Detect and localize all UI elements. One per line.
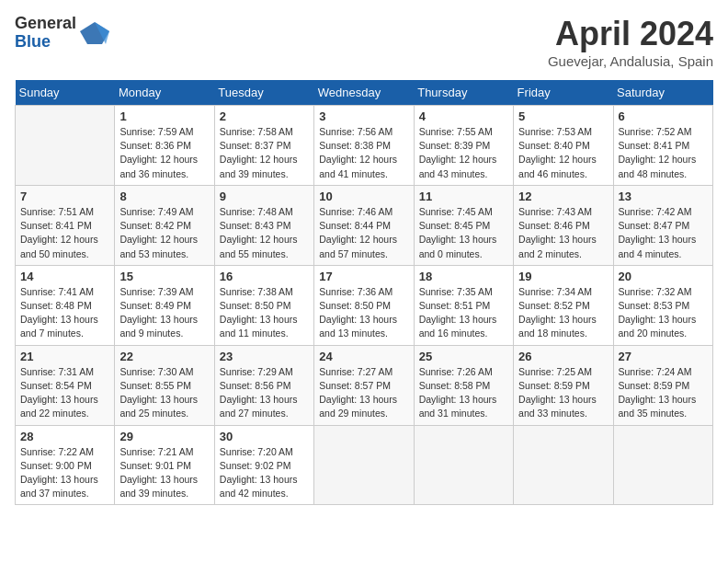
calendar-cell <box>16 106 115 186</box>
calendar-week-row: 1Sunrise: 7:59 AMSunset: 8:36 PMDaylight… <box>16 106 713 186</box>
cell-content: Sunrise: 7:29 AMSunset: 8:56 PMDaylight:… <box>220 365 309 421</box>
cell-content: Sunrise: 7:21 AMSunset: 9:01 PMDaylight:… <box>119 445 209 501</box>
day-number: 18 <box>419 270 508 283</box>
calendar-cell: 20Sunrise: 7:32 AMSunset: 8:53 PMDayligh… <box>613 265 712 345</box>
cell-content: Sunrise: 7:25 AMSunset: 8:59 PMDaylight:… <box>518 365 608 421</box>
day-number: 8 <box>119 190 209 203</box>
cell-content: Sunrise: 7:41 AMSunset: 8:48 PMDaylight:… <box>20 285 109 341</box>
calendar-cell: 3Sunrise: 7:56 AMSunset: 8:38 PMDaylight… <box>314 106 414 186</box>
cell-content: Sunrise: 7:45 AMSunset: 8:45 PMDaylight:… <box>419 205 508 261</box>
cell-content: Sunrise: 7:43 AMSunset: 8:46 PMDaylight:… <box>518 205 608 261</box>
calendar-cell: 26Sunrise: 7:25 AMSunset: 8:59 PMDayligh… <box>514 345 613 425</box>
calendar-cell: 13Sunrise: 7:42 AMSunset: 8:47 PMDayligh… <box>613 185 712 265</box>
calendar-cell: 28Sunrise: 7:22 AMSunset: 9:00 PMDayligh… <box>16 425 115 505</box>
cell-content: Sunrise: 7:38 AMSunset: 8:50 PMDaylight:… <box>220 285 309 341</box>
day-number: 27 <box>619 350 708 363</box>
calendar-cell: 11Sunrise: 7:45 AMSunset: 8:45 PMDayligh… <box>414 185 513 265</box>
day-number: 6 <box>619 109 708 123</box>
day-number: 11 <box>419 190 508 203</box>
cell-content: Sunrise: 7:56 AMSunset: 8:38 PMDaylight:… <box>319 125 408 181</box>
calendar-cell: 27Sunrise: 7:24 AMSunset: 8:59 PMDayligh… <box>613 345 712 425</box>
day-number: 4 <box>419 109 508 123</box>
day-number: 23 <box>220 350 309 363</box>
day-number: 15 <box>119 270 209 283</box>
day-number: 7 <box>20 190 109 203</box>
day-number: 1 <box>119 109 209 123</box>
day-number: 2 <box>220 109 309 123</box>
calendar-cell: 16Sunrise: 7:38 AMSunset: 8:50 PMDayligh… <box>214 265 313 345</box>
calendar-table: SundayMondayTuesdayWednesdayThursdayFrid… <box>15 80 713 505</box>
calendar-cell: 29Sunrise: 7:21 AMSunset: 9:01 PMDayligh… <box>115 425 214 505</box>
day-number: 16 <box>220 270 309 283</box>
calendar-cell: 10Sunrise: 7:46 AMSunset: 8:44 PMDayligh… <box>314 185 414 265</box>
calendar-cell <box>414 425 513 505</box>
cell-content: Sunrise: 7:53 AMSunset: 8:40 PMDaylight:… <box>518 125 608 181</box>
calendar-cell: 17Sunrise: 7:36 AMSunset: 8:50 PMDayligh… <box>314 265 414 345</box>
logo: General Blue <box>15 15 109 52</box>
day-number: 14 <box>20 270 109 283</box>
day-number: 22 <box>119 350 209 363</box>
day-number: 24 <box>319 350 408 363</box>
calendar-cell: 21Sunrise: 7:31 AMSunset: 8:54 PMDayligh… <box>16 345 115 425</box>
day-number: 9 <box>220 190 309 203</box>
weekday-header-wednesday: Wednesday <box>314 80 414 106</box>
day-number: 21 <box>20 350 109 363</box>
cell-content: Sunrise: 7:26 AMSunset: 8:58 PMDaylight:… <box>419 365 508 421</box>
location: Guevejar, Andalusia, Spain <box>548 53 713 69</box>
calendar-cell <box>514 425 613 505</box>
page-header: General Blue April 2024 Guevejar, Andalu… <box>15 15 713 69</box>
weekday-header-tuesday: Tuesday <box>214 80 313 106</box>
day-number: 5 <box>518 109 608 123</box>
calendar-cell: 19Sunrise: 7:34 AMSunset: 8:52 PMDayligh… <box>514 265 613 345</box>
calendar-cell: 22Sunrise: 7:30 AMSunset: 8:55 PMDayligh… <box>115 345 214 425</box>
day-number: 25 <box>419 350 508 363</box>
cell-content: Sunrise: 7:48 AMSunset: 8:43 PMDaylight:… <box>220 205 309 261</box>
cell-content: Sunrise: 7:42 AMSunset: 8:47 PMDaylight:… <box>619 205 708 261</box>
calendar-cell: 14Sunrise: 7:41 AMSunset: 8:48 PMDayligh… <box>16 265 115 345</box>
cell-content: Sunrise: 7:30 AMSunset: 8:55 PMDaylight:… <box>119 365 209 421</box>
day-number: 12 <box>518 190 608 203</box>
weekday-header-sunday: Sunday <box>16 80 115 106</box>
cell-content: Sunrise: 7:55 AMSunset: 8:39 PMDaylight:… <box>419 125 508 181</box>
calendar-cell: 24Sunrise: 7:27 AMSunset: 8:57 PMDayligh… <box>314 345 414 425</box>
calendar-cell: 18Sunrise: 7:35 AMSunset: 8:51 PMDayligh… <box>414 265 513 345</box>
weekday-header-monday: Monday <box>115 80 214 106</box>
logo-icon <box>80 18 109 48</box>
day-number: 10 <box>319 190 408 203</box>
calendar-cell: 9Sunrise: 7:48 AMSunset: 8:43 PMDaylight… <box>214 185 313 265</box>
cell-content: Sunrise: 7:31 AMSunset: 8:54 PMDaylight:… <box>20 365 109 421</box>
day-number: 19 <box>518 270 608 283</box>
calendar-cell: 30Sunrise: 7:20 AMSunset: 9:02 PMDayligh… <box>214 425 313 505</box>
calendar-cell <box>613 425 712 505</box>
cell-content: Sunrise: 7:20 AMSunset: 9:02 PMDaylight:… <box>220 445 309 501</box>
cell-content: Sunrise: 7:24 AMSunset: 8:59 PMDaylight:… <box>619 365 708 421</box>
day-number: 13 <box>619 190 708 203</box>
day-number: 17 <box>319 270 408 283</box>
title-section: April 2024 Guevejar, Andalusia, Spain <box>548 15 713 69</box>
calendar-week-row: 14Sunrise: 7:41 AMSunset: 8:48 PMDayligh… <box>16 265 713 345</box>
cell-content: Sunrise: 7:34 AMSunset: 8:52 PMDaylight:… <box>518 285 608 341</box>
weekday-header-saturday: Saturday <box>613 80 712 106</box>
calendar-week-row: 28Sunrise: 7:22 AMSunset: 9:00 PMDayligh… <box>16 425 713 505</box>
day-number: 28 <box>20 430 109 443</box>
cell-content: Sunrise: 7:51 AMSunset: 8:41 PMDaylight:… <box>20 205 109 261</box>
cell-content: Sunrise: 7:58 AMSunset: 8:37 PMDaylight:… <box>220 125 309 181</box>
calendar-cell: 8Sunrise: 7:49 AMSunset: 8:42 PMDaylight… <box>115 185 214 265</box>
cell-content: Sunrise: 7:52 AMSunset: 8:41 PMDaylight:… <box>619 125 708 181</box>
calendar-cell: 15Sunrise: 7:39 AMSunset: 8:49 PMDayligh… <box>115 265 214 345</box>
calendar-cell: 25Sunrise: 7:26 AMSunset: 8:58 PMDayligh… <box>414 345 513 425</box>
weekday-header-row: SundayMondayTuesdayWednesdayThursdayFrid… <box>16 80 713 106</box>
calendar-cell: 4Sunrise: 7:55 AMSunset: 8:39 PMDaylight… <box>414 106 513 186</box>
day-number: 29 <box>119 430 209 443</box>
weekday-header-thursday: Thursday <box>414 80 513 106</box>
calendar-cell: 23Sunrise: 7:29 AMSunset: 8:56 PMDayligh… <box>214 345 313 425</box>
cell-content: Sunrise: 7:36 AMSunset: 8:50 PMDaylight:… <box>319 285 408 341</box>
calendar-week-row: 21Sunrise: 7:31 AMSunset: 8:54 PMDayligh… <box>16 345 713 425</box>
cell-content: Sunrise: 7:22 AMSunset: 9:00 PMDaylight:… <box>20 445 109 501</box>
calendar-cell: 5Sunrise: 7:53 AMSunset: 8:40 PMDaylight… <box>514 106 613 186</box>
calendar-cell: 1Sunrise: 7:59 AMSunset: 8:36 PMDaylight… <box>115 106 214 186</box>
cell-content: Sunrise: 7:46 AMSunset: 8:44 PMDaylight:… <box>319 205 408 261</box>
month-title: April 2024 <box>548 15 713 53</box>
calendar-week-row: 7Sunrise: 7:51 AMSunset: 8:41 PMDaylight… <box>16 185 713 265</box>
day-number: 20 <box>619 270 708 283</box>
